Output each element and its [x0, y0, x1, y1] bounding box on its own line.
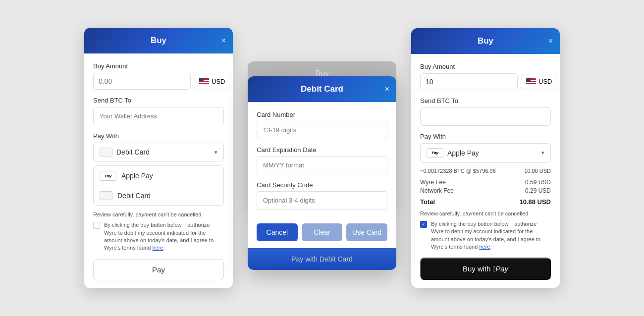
security-group: Card Security Code: [257, 181, 387, 210]
panel3-pay-with-value: Apple Pay: [447, 149, 479, 157]
panel3-wyre-fee-row: Wyre Fee 0.59 USD: [420, 179, 551, 186]
panel1-usd-select[interactable]: USD: [194, 74, 230, 89]
option-apple-pay-label: Apple Pay: [121, 172, 153, 180]
panel3-apple-pay-icon: Pay: [493, 264, 508, 273]
panel3-header: Buy ×: [411, 28, 560, 54]
debit-card-option-icon: [100, 191, 112, 200]
panel3-applepay-icon: Pay: [427, 148, 443, 158]
panel1-dropdown-options: Pay Apple Pay Debit Card: [93, 165, 224, 206]
card-number-input[interactable]: [257, 121, 387, 139]
clear-button[interactable]: Clear: [302, 223, 343, 241]
modal-header: Debit Card ×: [248, 76, 396, 102]
panel3-wyre-fee-label: Wyre Fee: [420, 179, 446, 186]
debit-card-modal: Debit Card × Card Number Card Expiration…: [248, 76, 396, 270]
panel3-checkbox-text: By clicking the buy button below, I auth…: [431, 220, 551, 251]
panel3-total-row: Total 10.88 USD: [420, 196, 551, 206]
option-apple-pay[interactable]: Pay Apple Pay: [94, 166, 223, 186]
expiration-input[interactable]: [257, 156, 387, 174]
panel3-chevron-icon: ▾: [541, 150, 544, 156]
panel3-terms-link[interactable]: here: [479, 244, 490, 250]
panel1-close-button[interactable]: ×: [221, 36, 226, 45]
panel3-wallet-input[interactable]: [420, 107, 551, 126]
modal-footer-button[interactable]: Pay with Debit Card: [248, 248, 396, 270]
panel1-pay-with-select[interactable]: Debit Card ▾: [93, 143, 224, 161]
modal-close-button[interactable]: ×: [385, 85, 389, 94]
panel3-amount-right: 10.00 USD: [524, 168, 551, 174]
panel1-amount-input[interactable]: [93, 73, 191, 90]
panel-buy-1: Buy × Buy Amount USD › ₿ BTC ▾ Send BTC …: [84, 28, 233, 288]
panel1-pay-with-left: Debit Card: [100, 148, 150, 157]
panel1-usd-label: USD: [212, 78, 225, 85]
security-label: Card Security Code: [257, 181, 387, 189]
panel3-send-to-label: Send BTC To: [420, 97, 551, 105]
option-debit-card-label: Debit Card: [117, 192, 151, 200]
panel3-close-button[interactable]: ×: [548, 37, 553, 46]
security-input[interactable]: [257, 191, 387, 210]
modal-buttons: Cancel Clear Use Card: [248, 216, 396, 241]
cancel-button[interactable]: Cancel: [257, 223, 298, 241]
panel3-network-fee-label: Network Fee: [420, 187, 454, 194]
panel1-buy-amount-label: Buy Amount: [93, 62, 224, 70]
panel3-checkbox-row: ✓ By clicking the buy button below, I au…: [420, 220, 551, 251]
panel3-amount-row: USD › ₿ BTC ▾: [420, 73, 551, 90]
panel-buy-3: Buy × Buy Amount USD › ₿ BTC ▾ Send BTC …: [411, 28, 560, 288]
modal-body: Card Number Card Expiration Date Card Se…: [248, 102, 396, 210]
card-icon: [100, 148, 112, 157]
panel1-amount-row: USD › ₿ BTC ▾: [93, 73, 224, 90]
panel1-checkbox-text: By clicking the buy button below, I auth…: [104, 221, 224, 252]
applepay-option-icon: Pay: [100, 171, 116, 181]
panel3-usd-label: USD: [538, 78, 552, 85]
panel-buy-2-wrapper: Buy × Buy Amount Debit Card × Card Numbe…: [243, 47, 401, 270]
panel3-network-fee-row: Network Fee 0.29 USD: [420, 187, 551, 194]
expiration-group: Card Expiration Date: [257, 146, 387, 174]
panel3-usd-select[interactable]: USD: [521, 74, 557, 89]
panel3-body: Buy Amount USD › ₿ BTC ▾ Send BTC To Pay…: [411, 54, 560, 288]
panel1-terms-link[interactable]: here: [152, 245, 163, 251]
card-number-group: Card Number: [257, 111, 387, 139]
modal-title: Debit Card: [301, 84, 343, 94]
panel3-pay-btn-text: Buy with: [463, 264, 491, 273]
panel3-total: 10.88 USD: [519, 198, 551, 206]
panel1-pay-with-value: Debit Card: [116, 148, 150, 156]
panel1-checkbox-row: By clicking the buy button below, I auth…: [93, 221, 224, 252]
panel3-checkbox[interactable]: ✓: [420, 221, 427, 228]
panel1-title: Buy: [151, 36, 166, 46]
panel3-buy-amount-label: Buy Amount: [420, 63, 551, 70]
pay-with-chevron-icon: ▾: [215, 149, 217, 156]
use-card-button[interactable]: Use Card: [346, 223, 387, 241]
panel1-pay-button[interactable]: Pay: [93, 259, 224, 280]
panel1-header: Buy ×: [84, 28, 233, 53]
panel1-checkbox[interactable]: [93, 222, 100, 229]
panel1-review-text: Review carefully, payment can't be cance…: [93, 211, 224, 217]
option-debit-card[interactable]: Debit Card: [94, 186, 223, 205]
panel3-pay-button[interactable]: Buy with Pay: [420, 258, 551, 280]
panel3-title: Buy: [478, 36, 493, 46]
panel3-total-label: Total: [420, 198, 435, 206]
panel3-amount-input[interactable]: [420, 73, 518, 90]
panel3-wyre-fee: 0.59 USD: [525, 179, 551, 186]
panel3-btc-line: ~0.00172328 BTC @ $5796.96: [420, 168, 496, 174]
panel3-btc-amount: ~0.00172328 BTC @ $5796.96 10.00 USD: [420, 168, 551, 174]
usd-flag-icon: [199, 78, 209, 85]
panel3-pay-with-left: Pay Apple Pay: [427, 148, 479, 158]
panel3-network-fee: 0.29 USD: [525, 187, 551, 194]
panel1-pay-with-label: Pay With: [93, 132, 224, 140]
expiration-label: Card Expiration Date: [257, 146, 387, 154]
card-number-label: Card Number: [257, 111, 387, 118]
panel3-pay-with-label: Pay With: [420, 133, 551, 140]
pay-debit-label: Pay with Debit Card: [291, 255, 353, 263]
panel1-send-to-label: Send BTC To: [93, 97, 224, 104]
panel1-wallet-input[interactable]: [93, 107, 224, 125]
panel3-usd-flag-icon: [526, 78, 536, 85]
panel3-review-text: Review carefully, payment can't be cance…: [420, 211, 551, 216]
panel1-body: Buy Amount USD › ₿ BTC ▾ Send BTC To Pay…: [84, 53, 233, 288]
panel3-pay-with-select[interactable]: Pay Apple Pay ▾: [420, 143, 551, 163]
